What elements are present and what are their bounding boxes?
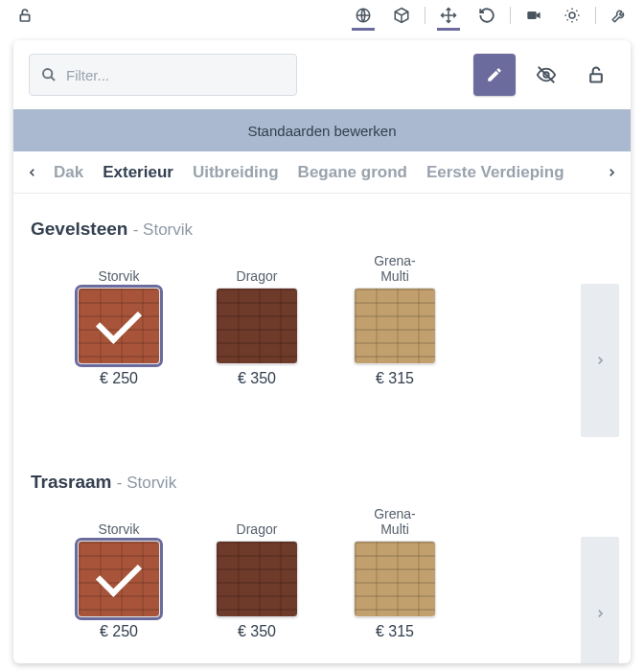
panel-scroll[interactable]: Gevelsteen - Storvik Storvik € 250 Drago… xyxy=(13,194,631,663)
tab-eerste-verdieping[interactable]: Eerste Verdieping xyxy=(417,163,574,182)
svg-point-4 xyxy=(43,69,52,78)
option-thumb[interactable] xyxy=(216,288,298,364)
search-input-wrap[interactable] xyxy=(29,54,297,96)
tabs-next[interactable] xyxy=(600,166,623,179)
option-price: € 315 xyxy=(376,623,414,640)
option-price: € 250 xyxy=(100,623,138,640)
move-icon[interactable] xyxy=(431,0,466,31)
undo-icon[interactable] xyxy=(470,0,504,31)
material-option[interactable]: Dragor € 350 xyxy=(207,249,307,387)
search-input[interactable] xyxy=(64,66,285,84)
panel-content: Gevelsteen - Storvik Storvik € 250 Drago… xyxy=(13,194,631,663)
toolbar-separator xyxy=(510,7,511,24)
side-panel: Standaarden bewerken DakExterieurUitbrei… xyxy=(13,40,631,663)
option-price: € 350 xyxy=(238,370,276,387)
edit-standards-banner: Standaarden bewerken xyxy=(13,109,631,151)
option-price: € 250 xyxy=(100,370,138,387)
panel-header xyxy=(13,40,631,109)
material-option[interactable]: Grena-Multi € 315 xyxy=(345,502,445,640)
sun-icon[interactable] xyxy=(555,0,589,31)
svg-rect-0 xyxy=(20,14,29,21)
tools-icon[interactable] xyxy=(602,0,636,31)
show-more-button[interactable] xyxy=(581,537,619,663)
toolbar-separator xyxy=(595,7,596,24)
tabs-prev[interactable] xyxy=(21,166,44,179)
option-label: Grena-Multi xyxy=(374,502,416,537)
visibility-off-icon[interactable] xyxy=(527,56,565,94)
box-icon[interactable] xyxy=(384,0,419,31)
tab-begane-grond[interactable]: Begane grond xyxy=(288,163,417,182)
material-option[interactable]: Grena-Multi € 315 xyxy=(345,249,445,387)
toolbar-separator xyxy=(425,7,426,24)
option-label: Grena-Multi xyxy=(374,249,416,284)
option-price: € 315 xyxy=(376,370,414,387)
app-topbar xyxy=(0,0,644,31)
option-row: Storvik € 250 Dragor € 350 Grena-Multi €… xyxy=(31,502,619,663)
option-label: Dragor xyxy=(237,502,278,537)
section-title: Trasraam - Storvik xyxy=(31,472,619,493)
option-thumb[interactable] xyxy=(216,541,298,617)
material-option[interactable]: Storvik € 250 xyxy=(69,249,169,387)
search-icon xyxy=(41,67,57,82)
svg-rect-6 xyxy=(590,74,602,81)
unlock-panel-icon[interactable] xyxy=(577,56,615,94)
svg-point-3 xyxy=(569,12,575,18)
option-price: € 350 xyxy=(238,623,276,640)
show-more-button[interactable] xyxy=(581,284,619,437)
tab-exterieur[interactable]: Exterieur xyxy=(93,163,183,182)
option-thumb[interactable] xyxy=(354,541,436,617)
globe-icon[interactable] xyxy=(346,0,380,31)
material-option[interactable]: Dragor € 350 xyxy=(207,502,307,640)
video-icon[interactable] xyxy=(517,0,551,31)
category-tabs: DakExterieurUitbreidingBegane grondEerst… xyxy=(13,151,631,194)
banner-text: Standaarden bewerken xyxy=(247,123,396,139)
option-thumb[interactable] xyxy=(78,541,160,617)
section-title: Gevelsteen - Storvik xyxy=(31,219,619,240)
option-thumb[interactable] xyxy=(78,288,160,364)
svg-rect-2 xyxy=(527,12,536,19)
option-label: Dragor xyxy=(237,249,278,284)
option-label: Storvik xyxy=(99,502,140,537)
edit-button[interactable] xyxy=(473,54,516,96)
material-option[interactable]: Storvik € 250 xyxy=(69,502,169,640)
tab-uitbreiding[interactable]: Uitbreiding xyxy=(183,163,288,182)
tab-dak[interactable]: Dak xyxy=(44,163,93,182)
option-thumb[interactable] xyxy=(354,288,436,364)
unlock-icon[interactable] xyxy=(8,0,42,31)
option-label: Storvik xyxy=(99,249,140,284)
option-row: Storvik € 250 Dragor € 350 Grena-Multi €… xyxy=(31,249,619,458)
